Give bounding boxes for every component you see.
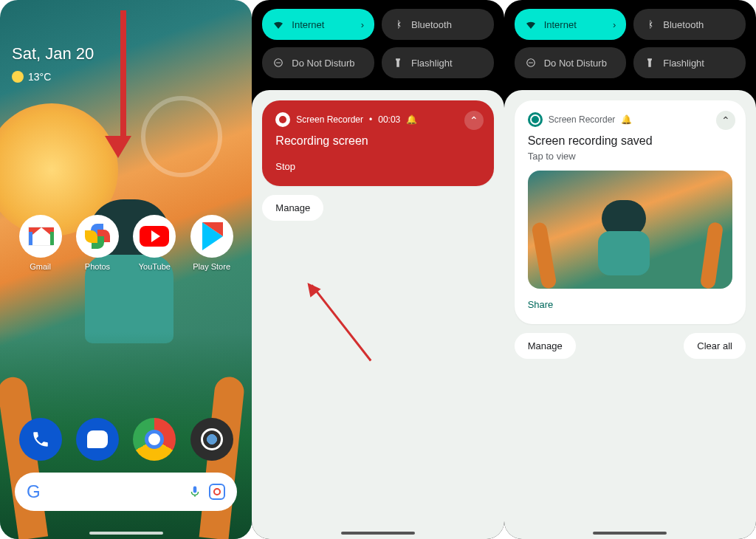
dnd-icon [525, 57, 537, 69]
notification-title: Recording screen [275, 134, 480, 148]
google-logo-icon: G [27, 481, 41, 502]
recording-thumbnail[interactable] [528, 171, 732, 289]
qs-tile-flashlight[interactable]: Flashlight [382, 47, 494, 78]
temperature-text: 13°C [28, 71, 51, 83]
chevron-right-icon: › [361, 19, 364, 30]
qs-tile-dnd[interactable]: Do Not Disturb [515, 47, 627, 78]
dnd-icon [272, 57, 284, 69]
recording-timer: 00:03 [378, 114, 400, 125]
home-screen: Sat, Jan 20 13°C Gmail Photos YouTube Pl… [0, 0, 252, 539]
chevron-right-icon: › [613, 19, 616, 30]
voice-search-icon[interactable] [188, 484, 202, 500]
notification-area: Screen Recorder 🔔 ⌃ Screen recording sav… [504, 90, 756, 539]
app-gmail[interactable]: Gmail [14, 215, 67, 271]
wifi-icon [272, 18, 284, 30]
collapse-notification-button[interactable]: ⌃ [464, 111, 484, 130]
annotation-arrow-swipe-down [115, 10, 131, 158]
screen-recorder-icon [528, 112, 543, 127]
qs-tile-internet[interactable]: Internet › [262, 9, 374, 40]
app-chrome[interactable] [128, 418, 181, 461]
app-messages[interactable] [71, 418, 124, 461]
qs-tile-internet[interactable]: Internet › [515, 9, 627, 40]
quick-settings-tiles: Internet › Bluetooth Do Not Disturb Flas… [252, 0, 504, 84]
notification-subtitle: Tap to view [528, 151, 732, 162]
home-indicator[interactable] [593, 532, 667, 535]
home-indicator[interactable] [341, 532, 415, 535]
app-camera[interactable] [185, 418, 238, 461]
qs-tile-dnd[interactable]: Do Not Disturb [262, 47, 374, 78]
app-play-store[interactable]: Play Store [185, 215, 238, 271]
share-recording-button[interactable]: Share [528, 299, 554, 310]
bluetooth-icon [644, 18, 656, 30]
notification-screen-recording-saved[interactable]: Screen Recorder 🔔 ⌃ Screen recording sav… [515, 100, 746, 324]
bluetooth-icon [392, 18, 404, 30]
app-youtube[interactable]: YouTube [128, 215, 181, 271]
screen-recorder-icon [275, 112, 290, 127]
app-phone[interactable] [14, 418, 67, 461]
weather-icon [12, 71, 24, 83]
flashlight-icon [644, 57, 656, 69]
wifi-icon [525, 18, 537, 30]
annotation-arrow-to-stop [311, 286, 313, 382]
google-lens-icon[interactable] [209, 484, 225, 500]
app-photos[interactable]: Photos [71, 215, 124, 271]
phone-icon [19, 418, 62, 461]
quick-settings-tiles: Internet › Bluetooth Do Not Disturb Flas… [504, 0, 756, 84]
qs-tile-flashlight[interactable]: Flashlight [633, 47, 746, 78]
alert-icon: 🔔 [621, 114, 632, 125]
collapse-notification-button[interactable]: ⌃ [716, 111, 735, 130]
camera-icon [190, 418, 233, 461]
qs-tile-bluetooth[interactable]: Bluetooth [382, 9, 494, 40]
clear-all-button[interactable]: Clear all [684, 333, 746, 359]
google-search-bar[interactable]: G [15, 473, 237, 511]
notification-area: Screen Recorder • 00:03 🔔 ⌃ Recording sc… [252, 90, 504, 539]
youtube-icon [140, 226, 169, 247]
manage-notifications-button[interactable]: Manage [515, 333, 576, 359]
manage-notifications-button[interactable]: Manage [262, 195, 323, 221]
stop-recording-button[interactable]: Stop [275, 161, 295, 172]
flashlight-icon [392, 57, 404, 69]
notification-shade-saved: Internet › Bluetooth Do Not Disturb Flas… [504, 0, 756, 539]
gmail-icon [28, 227, 53, 246]
qs-tile-bluetooth[interactable]: Bluetooth [633, 9, 746, 40]
notification-screen-recorder-active[interactable]: Screen Recorder • 00:03 🔔 ⌃ Recording sc… [262, 100, 493, 186]
notification-title: Screen recording saved [528, 134, 732, 148]
photos-icon [85, 224, 110, 249]
messages-icon [76, 418, 119, 461]
play-store-icon [198, 222, 226, 250]
notification-shade-recording: Internet › Bluetooth Do Not Disturb Flas… [252, 0, 504, 539]
alert-icon: 🔔 [406, 114, 417, 125]
chrome-icon [133, 418, 176, 461]
